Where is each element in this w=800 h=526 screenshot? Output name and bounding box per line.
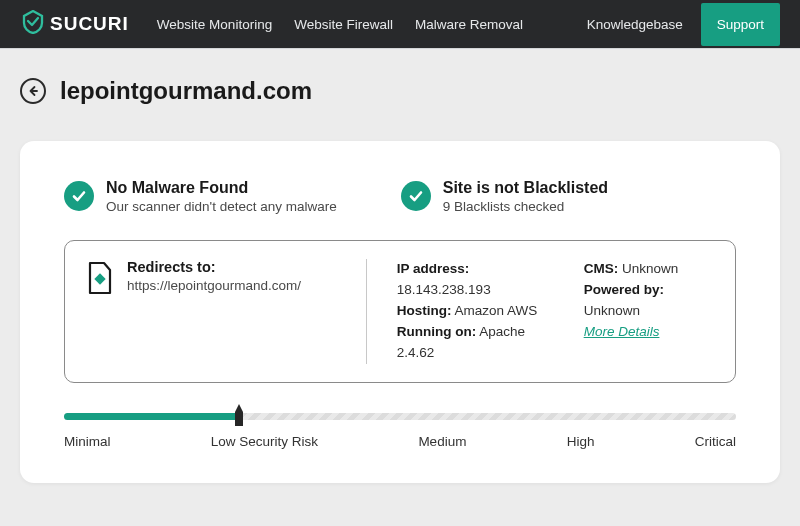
status-malware-sub: Our scanner didn't detect any malware: [106, 199, 337, 214]
risk-track: [64, 413, 736, 420]
status-blacklist-title: Site is not Blacklisted: [443, 179, 608, 197]
document-icon: [87, 261, 113, 299]
status-blacklist-sub: 9 Blacklists checked: [443, 199, 608, 214]
detail-box: Redirects to: https://lepointgourmand.co…: [64, 240, 736, 383]
risk-medium: Medium: [418, 434, 466, 449]
status-malware-title: No Malware Found: [106, 179, 337, 197]
marker-icon: [231, 404, 247, 428]
cms-label: CMS:: [584, 261, 619, 276]
nav-links: Website Monitoring Website Firewall Malw…: [157, 17, 587, 32]
status-blacklist: Site is not Blacklisted 9 Blacklists che…: [401, 179, 608, 214]
server-info-col-2: CMS: Unknown Powered by: Unknown More De…: [584, 259, 713, 343]
shield-icon: [22, 10, 44, 38]
back-button[interactable]: [20, 78, 46, 104]
hosting-value: Amazon AWS: [455, 303, 538, 318]
hosting-label: Hosting:: [397, 303, 452, 318]
check-circle-icon: [64, 181, 94, 211]
result-card: No Malware Found Our scanner didn't dete…: [20, 141, 780, 483]
status-row: No Malware Found Our scanner didn't dete…: [64, 179, 736, 214]
brand-name: SUCURI: [50, 13, 129, 35]
status-malware: No Malware Found Our scanner didn't dete…: [64, 179, 337, 214]
nav-knowledgebase[interactable]: Knowledgebase: [587, 17, 683, 32]
powered-value: Unknown: [584, 303, 640, 318]
cms-value: Unknown: [622, 261, 678, 276]
page-title: lepointgourmand.com: [60, 77, 312, 105]
risk-critical: Critical: [695, 434, 736, 449]
risk-meter: Minimal Low Security Risk Medium High Cr…: [64, 413, 736, 449]
risk-low: Low Security Risk: [211, 434, 318, 449]
redirect-column: Redirects to: https://lepointgourmand.co…: [87, 259, 336, 299]
arrow-left-icon: [27, 85, 39, 97]
nav-right: Knowledgebase Support: [587, 3, 780, 46]
support-button[interactable]: Support: [701, 3, 780, 46]
nav-monitoring[interactable]: Website Monitoring: [157, 17, 272, 32]
check-circle-icon: [401, 181, 431, 211]
risk-high: High: [567, 434, 595, 449]
risk-marker: [231, 404, 247, 432]
nav-firewall[interactable]: Website Firewall: [294, 17, 393, 32]
svg-rect-0: [94, 273, 105, 284]
more-details-link[interactable]: More Details: [584, 324, 660, 339]
risk-labels: Minimal Low Security Risk Medium High Cr…: [64, 434, 736, 449]
ip-label: IP address:: [397, 261, 470, 276]
nav-malware[interactable]: Malware Removal: [415, 17, 523, 32]
page-title-row: lepointgourmand.com: [0, 49, 800, 123]
server-info-col-1: IP address: 18.143.238.193 Hosting: Amaz…: [397, 259, 554, 364]
redirect-label: Redirects to:: [127, 259, 301, 275]
running-label: Running on:: [397, 324, 476, 339]
divider-vertical: [366, 259, 367, 364]
risk-fill: [64, 413, 239, 420]
brand-logo[interactable]: SUCURI: [22, 10, 129, 38]
redirect-url: https://lepointgourmand.com/: [127, 278, 301, 293]
top-nav: SUCURI Website Monitoring Website Firewa…: [0, 0, 800, 48]
risk-minimal: Minimal: [64, 434, 111, 449]
ip-value: 18.143.238.193: [397, 282, 491, 297]
powered-label: Powered by:: [584, 282, 664, 297]
